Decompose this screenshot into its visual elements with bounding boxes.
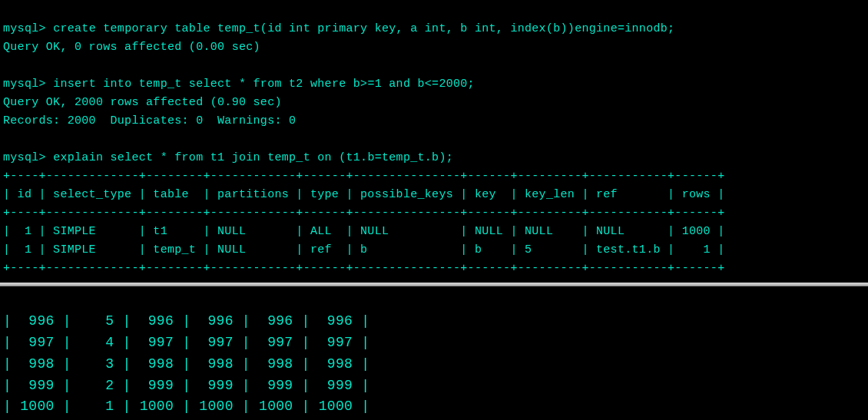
prompt: mysql> bbox=[3, 151, 53, 164]
result-line: Records: 2000 Duplicates: 0 Warnings: 0 bbox=[3, 114, 296, 127]
table-border: +----+-------------+--------+-----------… bbox=[3, 170, 724, 183]
table-row: | 1000 | 1 | 1000 | 1000 | 1000 | 1000 | bbox=[3, 399, 369, 414]
table-row: | 998 | 3 | 998 | 998 | 998 | 998 | bbox=[3, 356, 369, 372]
split-divider bbox=[0, 283, 868, 286]
table-row: | 999 | 2 | 999 | 999 | 999 | 999 | bbox=[3, 378, 369, 393]
cmd-create-table: create temporary table temp_t(id int pri… bbox=[53, 22, 674, 35]
prompt: mysql> bbox=[3, 22, 53, 35]
cmd-insert: insert into temp_t select * from t2 wher… bbox=[53, 78, 475, 91]
terminal-lower[interactable]: | 996 | 5 | 996 | 996 | 996 | 996 | | 99… bbox=[0, 289, 868, 420]
result-line: Query OK, 0 rows affected (0.00 sec) bbox=[3, 41, 260, 54]
table-border: +----+-------------+--------+-----------… bbox=[3, 207, 724, 220]
table-border: +----+-------------+--------+-----------… bbox=[3, 262, 724, 275]
table-header: | id | select_type | table | partitions … bbox=[3, 188, 724, 201]
table-row: | 1 | SIMPLE | t1 | NULL | ALL | NULL | … bbox=[3, 225, 724, 238]
prompt: mysql> bbox=[3, 78, 53, 91]
terminal-upper[interactable]: mysql> create temporary table temp_t(id … bbox=[0, 0, 868, 281]
table-row: | 1 | SIMPLE | temp_t | NULL | ref | b |… bbox=[3, 243, 724, 256]
cmd-explain: explain select * from t1 join temp_t on … bbox=[53, 151, 453, 164]
table-row: | 997 | 4 | 997 | 997 | 997 | 997 | bbox=[3, 335, 369, 350]
result-line: Query OK, 2000 rows affected (0.90 sec) bbox=[3, 96, 282, 109]
table-row: | 996 | 5 | 996 | 996 | 996 | 996 | bbox=[3, 313, 369, 329]
